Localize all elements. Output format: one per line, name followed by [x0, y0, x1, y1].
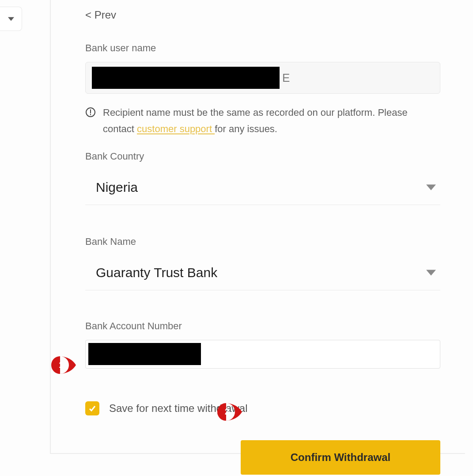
withdrawal-form-panel: < Prev Bank user name E Recipient name m… [51, 0, 466, 476]
info-icon [85, 107, 96, 118]
text-cursor-icon: I [217, 404, 221, 417]
notice-text-post: for any issues. [215, 123, 277, 134]
chevron-down-icon [8, 16, 14, 22]
sidebar-collapsed-dropdown[interactable] [0, 7, 22, 31]
bank-country-select[interactable]: Nigeria [85, 170, 440, 205]
bank-name-label: Bank Name [85, 236, 440, 248]
bank-country-value: Nigeria [96, 180, 138, 195]
confirm-withdrawal-button[interactable]: Confirm Withdrawal [241, 440, 440, 475]
bank-country-label: Bank Country [85, 151, 440, 162]
chevron-down-icon [426, 268, 436, 278]
chevron-down-icon [426, 183, 436, 192]
prev-link[interactable]: < Prev [85, 9, 116, 21]
check-icon [88, 404, 97, 413]
bank-account-number-label: Bank Account Number [85, 320, 440, 332]
bank-user-name-label: Bank user name [85, 42, 440, 54]
svg-rect-1 [90, 110, 91, 114]
bank-account-number-input[interactable] [85, 340, 440, 369]
svg-rect-2 [90, 114, 91, 115]
redacted-bar [92, 67, 280, 89]
recipient-name-notice: Recipient name must be the same as recor… [85, 104, 440, 137]
save-for-next-time-label: Save for next time withdrawal [109, 402, 247, 415]
bank-user-name-input[interactable]: E [85, 62, 440, 94]
bank-name-select[interactable]: Guaranty Trust Bank [85, 255, 440, 290]
bank-user-name-value-fragment: E [282, 71, 290, 85]
redacted-bar [88, 343, 201, 365]
save-for-next-time-checkbox[interactable] [85, 401, 99, 415]
customer-support-link[interactable]: customer support [137, 123, 215, 134]
bank-name-value: Guaranty Trust Bank [96, 265, 217, 280]
